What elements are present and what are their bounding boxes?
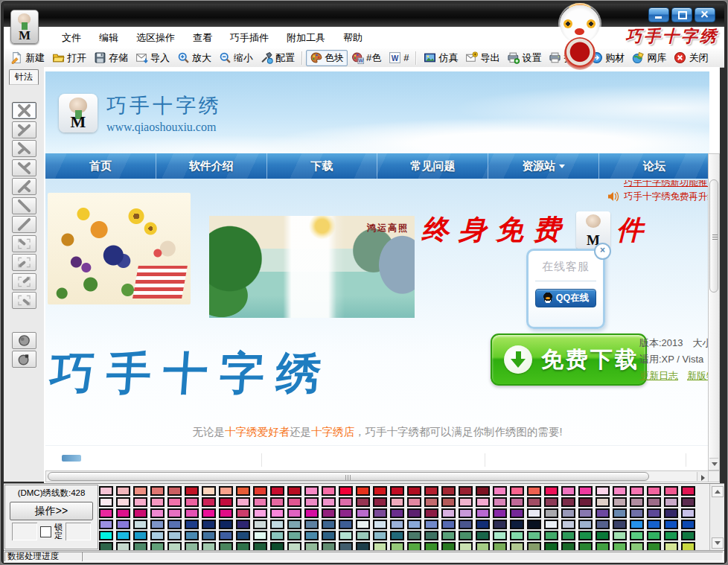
color-swatch[interactable] bbox=[510, 486, 524, 496]
color-swatch[interactable] bbox=[527, 520, 541, 529]
color-swatch[interactable] bbox=[527, 508, 541, 518]
color-swatch[interactable] bbox=[578, 531, 593, 540]
color-swatch[interactable] bbox=[356, 508, 370, 518]
color-swatch[interactable] bbox=[373, 531, 387, 540]
changelog-link[interactable]: 更新日志 bbox=[639, 370, 678, 381]
color-swatch[interactable] bbox=[287, 486, 301, 496]
color-swatch[interactable] bbox=[150, 520, 165, 529]
color-swatch[interactable] bbox=[459, 497, 473, 507]
stitch-tool-full-stitch[interactable] bbox=[12, 102, 36, 119]
scroll-down-button[interactable] bbox=[709, 458, 718, 469]
marquee-link[interactable]: 巧手十字绣新功能推出 bbox=[624, 180, 708, 190]
color-swatch[interactable] bbox=[287, 531, 301, 540]
color-swatch[interactable] bbox=[441, 531, 456, 540]
color-swatch[interactable] bbox=[99, 497, 113, 507]
color-swatch[interactable] bbox=[167, 508, 182, 518]
toolbar-w-hash-button[interactable]: W# bbox=[385, 50, 412, 66]
color-swatch[interactable] bbox=[133, 520, 147, 529]
color-swatch[interactable] bbox=[596, 531, 610, 540]
toolbar-zoom-in-button[interactable]: 放大 bbox=[173, 50, 215, 66]
menu-item-plugins[interactable]: 巧手插件 bbox=[221, 28, 278, 48]
color-swatch[interactable] bbox=[253, 531, 267, 540]
nav-item-home[interactable]: 首页 bbox=[45, 153, 156, 179]
toolbar-settings-button[interactable]: 设置 bbox=[503, 50, 545, 66]
color-swatch[interactable] bbox=[510, 531, 524, 540]
color-swatch[interactable] bbox=[596, 497, 610, 507]
color-swatch[interactable] bbox=[202, 508, 216, 518]
color-swatch[interactable] bbox=[647, 531, 661, 540]
color-swatch[interactable] bbox=[322, 520, 336, 529]
operations-button[interactable]: 操作>> bbox=[10, 502, 93, 520]
color-swatch[interactable] bbox=[339, 508, 353, 518]
color-swatch[interactable] bbox=[407, 486, 421, 496]
menu-item-extra-tools[interactable]: 附加工具 bbox=[278, 28, 334, 48]
color-swatch[interactable] bbox=[647, 508, 661, 518]
tab-stitch-methods[interactable]: 针法 bbox=[9, 69, 39, 85]
color-swatch[interactable] bbox=[236, 497, 250, 507]
color-swatch[interactable] bbox=[510, 497, 524, 507]
color-swatch[interactable] bbox=[647, 520, 661, 529]
color-swatch[interactable] bbox=[476, 508, 490, 518]
color-swatch[interactable] bbox=[133, 531, 147, 540]
color-swatch[interactable] bbox=[561, 508, 575, 518]
qq-online-button[interactable]: QQ在线 bbox=[535, 289, 596, 307]
color-swatch[interactable] bbox=[390, 531, 404, 540]
stitch-tool-three-quarter-stitch-4[interactable] bbox=[12, 178, 36, 195]
color-swatch[interactable] bbox=[578, 520, 593, 529]
marquee-link[interactable]: 巧手十字绣免费再升级 bbox=[624, 190, 708, 204]
color-swatch[interactable] bbox=[441, 497, 456, 507]
color-swatch[interactable] bbox=[185, 531, 199, 540]
color-swatch[interactable] bbox=[270, 486, 284, 496]
color-swatch[interactable] bbox=[202, 486, 216, 496]
color-swatch[interactable] bbox=[664, 486, 678, 496]
color-swatch[interactable] bbox=[630, 508, 644, 518]
color-swatch[interactable] bbox=[476, 486, 490, 496]
nav-item-resources[interactable]: 资源站 bbox=[488, 153, 599, 179]
color-swatch[interactable] bbox=[493, 531, 507, 540]
color-swatch[interactable] bbox=[253, 520, 267, 529]
color-swatch[interactable] bbox=[373, 486, 387, 496]
color-swatch[interactable] bbox=[459, 486, 473, 496]
color-swatch[interactable] bbox=[116, 520, 130, 529]
color-swatch[interactable] bbox=[219, 531, 233, 540]
color-swatch[interactable] bbox=[339, 520, 353, 529]
color-swatch[interactable] bbox=[613, 486, 627, 496]
color-swatch[interactable] bbox=[116, 508, 130, 518]
color-swatch[interactable] bbox=[219, 520, 233, 529]
toolbar-simulate-button[interactable]: 仿真 bbox=[420, 50, 462, 66]
color-swatch[interactable] bbox=[99, 486, 113, 496]
color-swatch[interactable] bbox=[441, 508, 456, 518]
color-swatch[interactable] bbox=[613, 531, 627, 540]
color-swatch[interactable] bbox=[544, 531, 558, 540]
lock-checkbox[interactable] bbox=[40, 526, 51, 537]
nav-item-download[interactable]: 下载 bbox=[267, 153, 378, 179]
close-button[interactable] bbox=[695, 7, 715, 22]
color-swatch[interactable] bbox=[287, 520, 301, 529]
color-swatch[interactable] bbox=[270, 497, 284, 507]
color-swatch[interactable] bbox=[596, 486, 610, 496]
stitch-tool-three-quarter-stitch-3[interactable] bbox=[12, 159, 36, 176]
color-swatch[interactable] bbox=[390, 508, 404, 518]
color-swatch[interactable] bbox=[681, 486, 695, 496]
stitch-tool-quarter-stitch-3[interactable] bbox=[12, 273, 36, 290]
palette-scroll-down-button[interactable] bbox=[712, 537, 724, 549]
color-swatch[interactable] bbox=[185, 520, 199, 529]
color-swatch[interactable] bbox=[150, 508, 165, 518]
color-swatch[interactable] bbox=[167, 531, 182, 540]
color-swatch[interactable] bbox=[424, 497, 438, 507]
color-swatch[interactable] bbox=[185, 486, 199, 496]
color-swatch[interactable] bbox=[578, 497, 593, 507]
color-swatch[interactable] bbox=[596, 508, 610, 518]
color-swatch[interactable] bbox=[647, 486, 661, 496]
stitch-tool-three-quarter-stitch-2[interactable] bbox=[12, 140, 36, 157]
color-swatch[interactable] bbox=[236, 531, 250, 540]
color-swatch[interactable] bbox=[219, 497, 233, 507]
color-swatch[interactable] bbox=[202, 520, 216, 529]
color-swatch[interactable] bbox=[407, 531, 421, 540]
app-logo-icon[interactable]: M bbox=[10, 10, 39, 44]
color-swatch[interactable] bbox=[476, 497, 490, 507]
toolbar-web-library-button[interactable]: 网库 bbox=[628, 50, 670, 66]
color-swatch[interactable] bbox=[167, 520, 182, 529]
color-swatch[interactable] bbox=[613, 520, 627, 529]
color-swatch[interactable] bbox=[613, 497, 627, 507]
